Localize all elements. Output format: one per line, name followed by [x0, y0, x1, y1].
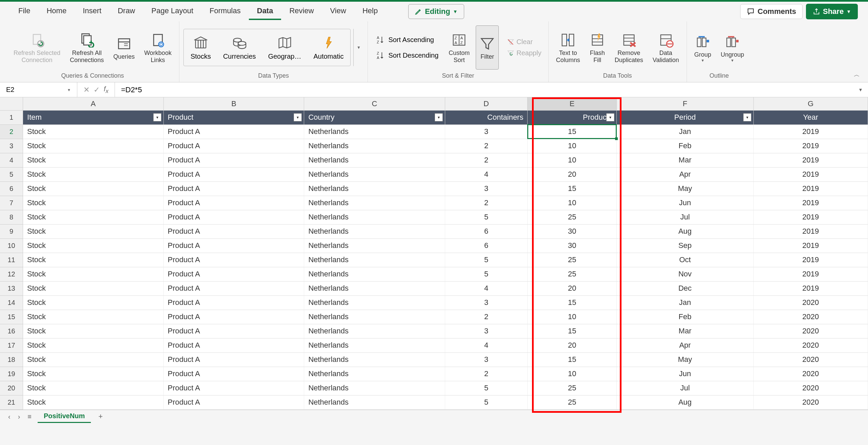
cell-G21[interactable]: 2020: [753, 395, 868, 409]
cell-E10[interactable]: 30: [528, 238, 616, 253]
row-header-13[interactable]: 13: [0, 281, 23, 295]
data-types-more-button[interactable]: ▼: [353, 29, 363, 66]
geography-button[interactable]: Geograp…: [268, 35, 301, 60]
cell-G18[interactable]: 2020: [753, 352, 868, 367]
flash-fill-button[interactable]: Flash Fill: [586, 25, 609, 70]
cell-G16[interactable]: 2020: [753, 324, 868, 338]
cell-E11[interactable]: 25: [528, 253, 616, 267]
automatic-button[interactable]: Automatic: [313, 35, 343, 60]
cell-E6[interactable]: 15: [528, 181, 616, 196]
cell-C19[interactable]: Netherlands: [304, 367, 445, 381]
cell-E3[interactable]: 10: [528, 139, 616, 153]
tab-view[interactable]: View: [322, 3, 354, 20]
cell-D5[interactable]: 4: [445, 167, 528, 181]
filter-dropdown-icon[interactable]: ▾: [606, 113, 614, 121]
tab-data[interactable]: Data: [249, 3, 281, 20]
column-header-E[interactable]: E: [528, 97, 616, 110]
cell-G20[interactable]: 2020: [753, 381, 868, 395]
cell-F10[interactable]: Sep: [616, 238, 753, 253]
cell-A8[interactable]: Stock: [23, 210, 164, 224]
cell-F12[interactable]: Nov: [616, 267, 753, 281]
cell-E15[interactable]: 10: [528, 310, 616, 324]
cell-F15[interactable]: Feb: [616, 310, 753, 324]
cell-A10[interactable]: Stock: [23, 238, 164, 253]
cell-D4[interactable]: 2: [445, 153, 528, 167]
add-sheet-button[interactable]: +: [96, 412, 105, 421]
table-header-cell[interactable]: Item▾: [23, 110, 164, 124]
cell-B9[interactable]: Product A: [163, 224, 304, 238]
cell-G9[interactable]: 2019: [753, 224, 868, 238]
cell-A3[interactable]: Stock: [23, 139, 164, 153]
cell-E21[interactable]: 25: [528, 395, 616, 409]
column-header-B[interactable]: B: [163, 97, 304, 110]
cell-A15[interactable]: Stock: [23, 310, 164, 324]
row-header-18[interactable]: 18: [0, 352, 23, 367]
cell-B3[interactable]: Product A: [163, 139, 304, 153]
tab-draw[interactable]: Draw: [110, 3, 143, 20]
sheet-nav-next-button[interactable]: ›: [17, 413, 22, 421]
column-header-C[interactable]: C: [304, 97, 445, 110]
cell-F18[interactable]: May: [616, 352, 753, 367]
cell-E13[interactable]: 20: [528, 281, 616, 295]
cell-A9[interactable]: Stock: [23, 224, 164, 238]
tab-page-layout[interactable]: Page Layout: [143, 3, 202, 20]
cell-B8[interactable]: Product A: [163, 210, 304, 224]
cell-D12[interactable]: 5: [445, 267, 528, 281]
cell-G4[interactable]: 2019: [753, 153, 868, 167]
cell-B17[interactable]: Product A: [163, 338, 304, 352]
cell-G15[interactable]: 2020: [753, 310, 868, 324]
cell-C9[interactable]: Netherlands: [304, 224, 445, 238]
cell-D3[interactable]: 2: [445, 139, 528, 153]
tab-formulas[interactable]: Formulas: [201, 3, 249, 20]
cell-E14[interactable]: 15: [528, 295, 616, 310]
cell-C16[interactable]: Netherlands: [304, 324, 445, 338]
tab-file[interactable]: File: [10, 3, 38, 20]
stocks-button[interactable]: Stocks: [191, 35, 211, 60]
cell-F8[interactable]: Jul: [616, 210, 753, 224]
cell-A4[interactable]: Stock: [23, 153, 164, 167]
row-header-21[interactable]: 21: [0, 395, 23, 409]
cell-C11[interactable]: Netherlands: [304, 253, 445, 267]
cell-F3[interactable]: Feb: [616, 139, 753, 153]
cell-B20[interactable]: Product A: [163, 381, 304, 395]
cell-A7[interactable]: Stock: [23, 196, 164, 210]
row-header-5[interactable]: 5: [0, 167, 23, 181]
cell-E7[interactable]: 10: [528, 196, 616, 210]
cell-C13[interactable]: Netherlands: [304, 281, 445, 295]
cell-E2[interactable]: 15: [528, 124, 616, 139]
cell-F17[interactable]: Apr: [616, 338, 753, 352]
cell-C12[interactable]: Netherlands: [304, 267, 445, 281]
cell-F6[interactable]: May: [616, 181, 753, 196]
text-to-columns-button[interactable]: Text to Columns: [553, 25, 584, 70]
cell-D10[interactable]: 6: [445, 238, 528, 253]
row-header-1[interactable]: 1: [0, 110, 23, 124]
cell-A17[interactable]: Stock: [23, 338, 164, 352]
cell-B21[interactable]: Product A: [163, 395, 304, 409]
row-header-8[interactable]: 8: [0, 210, 23, 224]
column-header-A[interactable]: A: [23, 97, 164, 110]
share-button[interactable]: Share ▼: [806, 4, 858, 19]
workbook-links-button[interactable]: Workbook Links: [141, 25, 175, 70]
cell-A16[interactable]: Stock: [23, 324, 164, 338]
cell-G14[interactable]: 2020: [753, 295, 868, 310]
cell-F7[interactable]: Jun: [616, 196, 753, 210]
cell-B10[interactable]: Product A: [163, 238, 304, 253]
cancel-formula-icon[interactable]: ✕: [83, 85, 90, 94]
ungroup-button[interactable]: Ungroup ▼: [717, 25, 748, 70]
comments-button[interactable]: Comments: [740, 4, 803, 19]
cell-D7[interactable]: 2: [445, 196, 528, 210]
cell-D15[interactable]: 2: [445, 310, 528, 324]
cell-G19[interactable]: 2020: [753, 367, 868, 381]
cell-B18[interactable]: Product A: [163, 352, 304, 367]
cell-B2[interactable]: Product A: [163, 124, 304, 139]
fx-icon[interactable]: fx: [104, 85, 108, 95]
row-header-12[interactable]: 12: [0, 267, 23, 281]
cell-F11[interactable]: Oct: [616, 253, 753, 267]
remove-duplicates-button[interactable]: Remove Duplicates: [611, 25, 647, 70]
accept-formula-icon[interactable]: ✓: [94, 85, 100, 94]
cell-C5[interactable]: Netherlands: [304, 167, 445, 181]
cell-B7[interactable]: Product A: [163, 196, 304, 210]
cell-F19[interactable]: Jun: [616, 367, 753, 381]
cell-C2[interactable]: Netherlands: [304, 124, 445, 139]
cell-C17[interactable]: Netherlands: [304, 338, 445, 352]
